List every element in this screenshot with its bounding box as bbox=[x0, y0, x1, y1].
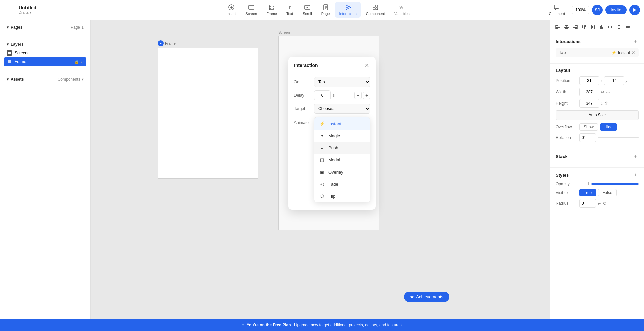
screen-button[interactable]: Screen bbox=[241, 2, 261, 18]
overlay-icon: ▣ bbox=[319, 169, 325, 175]
interactions-title: Interactions bbox=[556, 39, 581, 44]
canvas-frame[interactable] bbox=[158, 48, 258, 179]
delay-controls: s − + bbox=[314, 90, 370, 100]
opacity-slider[interactable] bbox=[591, 183, 639, 185]
animate-option-push[interactable]: ⬧ Push bbox=[314, 142, 370, 154]
comment-button[interactable]: Comment bbox=[545, 2, 569, 18]
remove-interaction-button[interactable]: ✕ bbox=[631, 50, 635, 55]
toolbar: Untitled Drafts ▾ Insert Screen Frame T … bbox=[0, 0, 644, 20]
frame-button[interactable]: Frame bbox=[262, 2, 281, 18]
align-left-button[interactable] bbox=[554, 23, 562, 31]
text-button[interactable]: T Text bbox=[282, 2, 297, 18]
visible-true-button[interactable]: True bbox=[579, 189, 596, 196]
lock-icon[interactable]: 🔒 bbox=[74, 60, 79, 64]
svg-rect-30 bbox=[556, 27, 560, 28]
on-select[interactable]: Tap bbox=[314, 77, 370, 87]
animate-option-instant[interactable]: ⚡ Instant bbox=[314, 117, 370, 130]
toolbar-right: Comment 100% SJ Invite bbox=[545, 2, 640, 18]
layer-frame[interactable]: Frame 🔒 ⊙ bbox=[4, 57, 86, 66]
pos-y-input[interactable] bbox=[604, 76, 624, 85]
tap-label: Tap bbox=[559, 50, 566, 55]
layout-title: Layout bbox=[556, 68, 570, 73]
svg-rect-54 bbox=[610, 26, 610, 28]
svg-rect-29 bbox=[556, 25, 558, 26]
delay-input[interactable] bbox=[314, 90, 331, 100]
overflow-show-button[interactable]: Show bbox=[579, 123, 598, 131]
auto-size-container: Auto Size bbox=[556, 110, 639, 120]
align-top-button[interactable] bbox=[580, 23, 588, 31]
overflow-hide-button[interactable]: Hide bbox=[600, 123, 617, 131]
on-row: On Tap bbox=[294, 77, 370, 87]
opacity-content: 1 bbox=[579, 182, 639, 186]
animate-option-magic[interactable]: ✦ Magic bbox=[314, 130, 370, 142]
play-button[interactable] bbox=[629, 5, 640, 15]
height-resize-icon2: ⇳ bbox=[604, 101, 608, 106]
width-input[interactable] bbox=[579, 88, 599, 96]
target-select[interactable]: Choose... bbox=[314, 104, 370, 114]
add-stack-button[interactable]: + bbox=[632, 153, 639, 160]
radius-input[interactable] bbox=[579, 199, 596, 208]
rotation-input[interactable] bbox=[579, 133, 596, 142]
more-align-button[interactable] bbox=[624, 23, 632, 31]
assets-header[interactable]: ▾ Assets Components ▾ bbox=[4, 75, 86, 84]
flip-icon: ⬡ bbox=[319, 193, 325, 199]
canvas[interactable]: Frame Screen Interaction ✕ On Tap bbox=[91, 20, 550, 319]
animate-label: Animate bbox=[294, 120, 314, 125]
screen-layer-icon bbox=[7, 50, 12, 56]
zoom-control[interactable]: 100% bbox=[572, 6, 589, 14]
delay-row: Delay s − + bbox=[294, 90, 370, 100]
rotation-value bbox=[579, 133, 639, 142]
pages-title: ▾ Pages bbox=[7, 25, 22, 30]
height-input[interactable] bbox=[579, 99, 599, 108]
status-prefix: You're on the Free Plan. bbox=[247, 323, 292, 327]
align-center-v-button[interactable] bbox=[589, 23, 597, 31]
variables-button[interactable]: Variables bbox=[390, 2, 414, 18]
visible-buttons: True False bbox=[579, 189, 617, 196]
height-label: Height bbox=[556, 101, 579, 106]
screen-label: Screen bbox=[278, 30, 379, 34]
layers-header[interactable]: ▾ Layers bbox=[4, 40, 86, 49]
scroll-button[interactable]: Scroll bbox=[299, 2, 316, 18]
animate-option-fade[interactable]: ◎ Fade bbox=[314, 178, 370, 190]
opacity-value: 1 bbox=[579, 182, 589, 186]
align-center-h-button[interactable] bbox=[562, 23, 571, 31]
modal-icon: ◫ bbox=[319, 157, 325, 163]
delay-plus-button[interactable]: + bbox=[363, 92, 370, 99]
invite-button[interactable]: Invite bbox=[605, 5, 627, 14]
achievements-button[interactable]: ★ Achievements bbox=[404, 292, 449, 302]
add-interaction-button[interactable]: + bbox=[632, 38, 639, 45]
pages-header[interactable]: ▾ Pages Page 1 bbox=[4, 23, 86, 32]
visible-false-button[interactable]: False bbox=[598, 189, 616, 196]
svg-rect-56 bbox=[618, 25, 620, 26]
rotation-slider[interactable] bbox=[598, 137, 639, 138]
add-style-button[interactable]: + bbox=[632, 172, 639, 178]
distribute-h-button[interactable] bbox=[606, 23, 614, 31]
component-button[interactable]: Component bbox=[362, 2, 389, 18]
layer-screen[interactable]: Screen bbox=[4, 49, 86, 57]
interaction-button[interactable]: Interaction bbox=[335, 2, 360, 18]
align-right-button[interactable] bbox=[571, 23, 579, 31]
toolbar-center: Insert Screen Frame T Text Scroll Page bbox=[93, 2, 544, 18]
dialog-close-button[interactable]: ✕ bbox=[363, 62, 370, 69]
align-bottom-button[interactable] bbox=[597, 23, 605, 31]
interactions-section: Interactions + Tap ⚡ Instant ✕ bbox=[550, 34, 644, 64]
styles-title: Styles bbox=[556, 173, 569, 178]
height-value: ↕ ⇳ bbox=[579, 99, 639, 108]
dialog-header: Interaction ✕ bbox=[288, 57, 376, 73]
components-label[interactable]: Components ▾ bbox=[58, 77, 84, 82]
height-arrow-icon: ↕ bbox=[601, 101, 603, 106]
animate-option-flip[interactable]: ⬡ Flip bbox=[314, 190, 370, 202]
insert-button[interactable]: Insert bbox=[223, 2, 240, 18]
target-icon[interactable]: ⊙ bbox=[80, 60, 84, 64]
pos-x-input[interactable] bbox=[579, 76, 599, 85]
auto-size-button[interactable]: Auto Size bbox=[556, 110, 639, 120]
animate-option-overlay[interactable]: ▣ Overlay bbox=[314, 166, 370, 178]
delay-minus-button[interactable]: − bbox=[354, 92, 362, 99]
status-bar: ✦ You're on the Free Plan. Upgrade now t… bbox=[0, 319, 644, 331]
menu-button[interactable] bbox=[4, 5, 15, 15]
project-subtitle[interactable]: Drafts ▾ bbox=[19, 10, 36, 15]
distribute-v-button[interactable] bbox=[615, 23, 623, 31]
animate-option-modal[interactable]: ◫ Modal bbox=[314, 154, 370, 166]
styles-section: Styles + Opacity 1 Visible True False bbox=[550, 168, 644, 215]
page-button[interactable]: Page bbox=[317, 2, 334, 18]
